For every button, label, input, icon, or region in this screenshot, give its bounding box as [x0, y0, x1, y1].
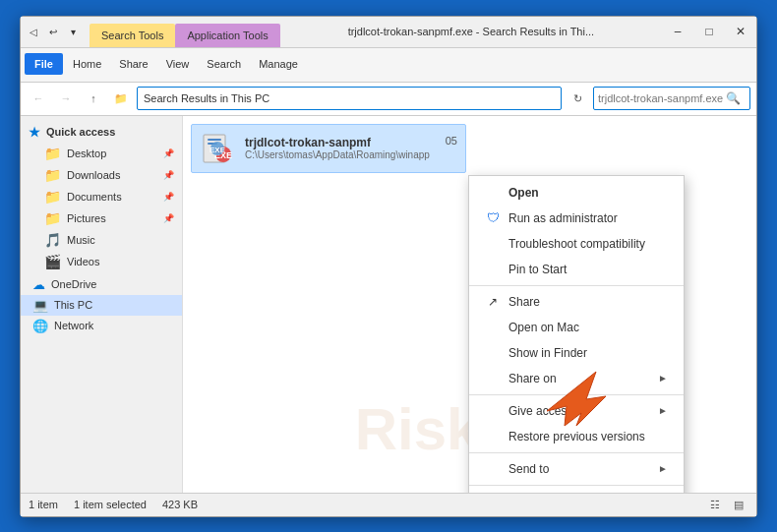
tool-icon	[485, 236, 501, 252]
folder-icon: 📁	[44, 146, 61, 161]
chevron-right-icon-2: ►	[658, 405, 668, 416]
ctx-divider-4	[469, 485, 684, 486]
nav-back-button[interactable]: ←	[27, 87, 50, 110]
ctx-share-label: Share	[508, 295, 540, 309]
status-view-controls: ☷ ▤	[705, 495, 748, 514]
sidebar-desktop-label: Desktop	[67, 148, 106, 159]
ctx-share-on-label: Share on	[508, 372, 557, 385]
ctx-run-as-admin[interactable]: 🛡 Run as administrator	[469, 206, 684, 231]
ctx-show-finder-label: Show in Finder	[508, 346, 587, 360]
exe-icon: EXE EXE	[202, 133, 233, 164]
sidebar-item-onedrive[interactable]: ☁ OneDrive	[21, 274, 182, 295]
sidebar-item-thispc[interactable]: 💻 This PC	[21, 295, 182, 316]
ribbon-tab-strip: Search Tools Application Tools	[90, 17, 280, 47]
sidebar-item-network[interactable]: 🌐 Network	[21, 316, 182, 336]
quick-access-toolbar: ◁ ↩ ▾	[21, 17, 86, 47]
pc-icon: 💻	[32, 298, 48, 313]
sidebar-downloads-label: Downloads	[67, 169, 120, 181]
address-path[interactable]: Search Results in This PC	[137, 87, 562, 110]
nav-up-button[interactable]: ↑	[82, 87, 105, 110]
explorer-window: ◁ ↩ ▾ Search Tools Application Tools trj…	[20, 16, 757, 517]
sidebar-documents-label: Documents	[67, 191, 122, 203]
ctx-show-finder[interactable]: Show in Finder	[469, 340, 684, 366]
details-view-button[interactable]: ☷	[705, 495, 725, 514]
shield-icon: 🛡	[485, 210, 501, 226]
chevron-right-icon-3: ►	[658, 463, 668, 474]
chevron-right-icon: ►	[658, 373, 668, 384]
file-name: trjdlcot-trokan-sanpmf	[245, 136, 430, 149]
pin-icon: 📌	[163, 148, 174, 158]
status-selected: 1 item selected	[74, 499, 147, 510]
send-icon	[485, 461, 501, 477]
ctx-open-mac-label: Open on Mac	[508, 321, 579, 334]
ctx-restore[interactable]: Restore previous versions	[469, 424, 684, 449]
qat-undo-btn[interactable]: ↩	[44, 21, 62, 42]
pin-start-icon	[485, 262, 501, 277]
sidebar-item-pictures[interactable]: 📁 Pictures 📌	[21, 207, 182, 229]
sidebar-item-videos[interactable]: 🎬 Videos	[21, 251, 182, 272]
ctx-cut[interactable]: Cut	[469, 489, 684, 493]
main-content: ★ Quick access 📁 Desktop 📌 📁 Downloads 📌…	[21, 116, 756, 493]
title-bar: ◁ ↩ ▾ Search Tools Application Tools trj…	[21, 17, 756, 48]
sidebar-item-quick-access[interactable]: ★ Quick access	[21, 122, 182, 143]
ribbon: File Home Share View Search Manage	[21, 48, 756, 83]
sidebar-item-downloads[interactable]: 📁 Downloads 📌	[21, 164, 182, 186]
file-path: C:\Users\tomas\AppData\Roaming\winapp	[245, 149, 430, 160]
window-controls: – □ ✕	[662, 17, 756, 47]
share-icon: ↗	[485, 294, 501, 310]
ctx-divider-2	[469, 394, 684, 395]
svg-text:EXE: EXE	[209, 146, 226, 154]
ctx-share-on[interactable]: Share on ►	[469, 366, 684, 391]
ribbon-home-tab[interactable]: Home	[65, 53, 109, 75]
ctx-open-mac[interactable]: Open on Mac	[469, 315, 684, 340]
ribbon-search-tab[interactable]: Search	[199, 53, 249, 75]
restore-icon	[485, 429, 501, 444]
close-button[interactable]: ✕	[725, 16, 756, 47]
ctx-share[interactable]: ↗ Share	[469, 289, 684, 315]
large-icons-button[interactable]: ▤	[729, 495, 748, 514]
ctx-troubleshoot[interactable]: Troubleshoot compatibility	[469, 231, 684, 257]
maximize-button[interactable]: □	[693, 16, 725, 47]
minimize-button[interactable]: –	[662, 16, 693, 47]
pin-icon: 📌	[163, 170, 174, 180]
sidebar-videos-label: Videos	[67, 256, 99, 267]
ctx-open[interactable]: Open	[469, 180, 684, 206]
ctx-pin-start[interactable]: Pin to Start	[469, 257, 684, 282]
refresh-button[interactable]: ↻	[566, 87, 589, 110]
ribbon-manage-tab[interactable]: Manage	[251, 53, 306, 75]
quick-access-label: Quick access	[46, 126, 115, 138]
ctx-give-access[interactable]: Give access to ►	[469, 398, 684, 424]
nav-folder-icon: 📁	[109, 87, 133, 110]
ctx-open-label: Open	[508, 186, 539, 200]
qat-dropdown-btn[interactable]: ▾	[64, 21, 82, 42]
ctx-send-to-label: Send to	[508, 462, 549, 476]
network-icon: 🌐	[32, 319, 48, 333]
sidebar-item-desktop[interactable]: 📁 Desktop 📌	[21, 143, 182, 164]
address-bar: ← → ↑ 📁 Search Results in This PC ↻ 🔍	[21, 83, 756, 116]
ribbon-view-tab[interactable]: View	[158, 53, 198, 75]
folder-icon: 📁	[44, 210, 61, 226]
sidebar: ★ Quick access 📁 Desktop 📌 📁 Downloads 📌…	[21, 116, 183, 493]
file-item[interactable]: EXE EXE trjdlcot-trokan-sanpmf C:\Users\…	[191, 124, 466, 173]
folder-icon: 🎬	[44, 254, 61, 269]
search-input[interactable]	[598, 92, 726, 104]
sidebar-item-music[interactable]: 🎵 Music	[21, 229, 182, 251]
qat-back-btn[interactable]: ◁	[25, 21, 42, 42]
address-text: Search Results in This PC	[144, 92, 269, 104]
file-icon: EXE EXE	[200, 131, 235, 166]
status-bar: 1 item 1 item selected 423 KB ☷ ▤	[21, 493, 756, 516]
ctx-divider-1	[469, 285, 684, 286]
tab-application-tools[interactable]: Application Tools	[175, 24, 279, 47]
context-menu: Open 🛡 Run as administrator Troubleshoot…	[468, 175, 685, 493]
ribbon-share-tab[interactable]: Share	[111, 53, 155, 75]
ctx-pin-label: Pin to Start	[508, 263, 567, 276]
ribbon-file-tab[interactable]: File	[25, 53, 63, 75]
nav-forward-button[interactable]: →	[54, 87, 78, 110]
file-date-suffix: 05	[446, 131, 457, 147]
mac-icon	[485, 320, 501, 335]
ctx-send-to[interactable]: Send to ►	[469, 456, 684, 482]
folder-icon: 📁	[44, 167, 61, 183]
sidebar-item-documents[interactable]: 📁 Documents 📌	[21, 186, 182, 207]
tab-search-tools[interactable]: Search Tools	[90, 24, 175, 47]
star-icon: ★	[29, 125, 40, 140]
